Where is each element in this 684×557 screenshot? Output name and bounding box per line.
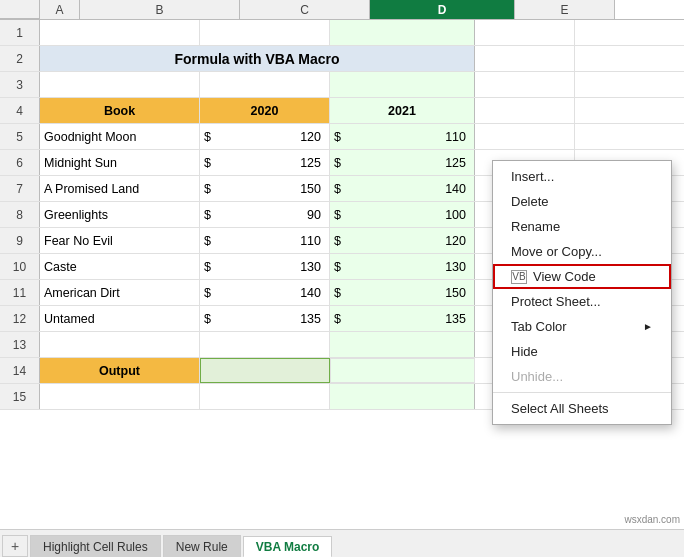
tab-vba-macro[interactable]: VBA Macro [243, 536, 333, 557]
row-num-5: 5 [0, 124, 40, 149]
cell-c6[interactable]: $125 [200, 150, 330, 175]
cell-d8[interactable]: $100 [330, 202, 475, 227]
cell-d5[interactable]: $110 [330, 124, 475, 149]
cell-e2[interactable] [475, 46, 575, 71]
cell-d12[interactable]: $135 [330, 306, 475, 331]
cell-b4-book-header[interactable]: Book [40, 98, 200, 123]
cell-b8[interactable]: Greenlights [40, 202, 200, 227]
output-label-cell[interactable]: Output [40, 358, 200, 383]
book-name-7: A Promised Land [44, 182, 139, 196]
cell-d4-year2021-header[interactable]: 2021 [330, 98, 475, 123]
ctx-unhide[interactable]: Unhide... [493, 364, 671, 389]
cell-c12[interactable]: $135 [200, 306, 330, 331]
vba-icon: VB [511, 270, 527, 284]
column-headers: A B C D E [0, 0, 684, 20]
cell-c11[interactable]: $140 [200, 280, 330, 305]
cell-c10[interactable]: $130 [200, 254, 330, 279]
table-row: 5 Goodnight Moon $120 $110 [0, 124, 684, 150]
row-num-9: 9 [0, 228, 40, 253]
val-c7: 150 [300, 182, 325, 196]
col-header-c[interactable]: C [240, 0, 370, 19]
cell-c13[interactable] [200, 332, 330, 357]
cell-c1[interactable] [200, 20, 330, 45]
cell-c5[interactable]: $120 [200, 124, 330, 149]
cell-b1[interactable] [40, 20, 200, 45]
col-header-b[interactable]: B [80, 0, 240, 19]
row-num-4: 4 [0, 98, 40, 123]
row-1: 1 [0, 20, 684, 46]
cell-e1[interactable] [475, 20, 575, 45]
col-header-e[interactable]: E [515, 0, 615, 19]
cell-e3[interactable] [475, 72, 575, 97]
cell-b10[interactable]: Caste [40, 254, 200, 279]
ctx-move-copy-label: Move or Copy... [511, 244, 602, 259]
ctx-separator [493, 392, 671, 393]
row-num-13: 13 [0, 332, 40, 357]
cell-b13[interactable] [40, 332, 200, 357]
cell-b9[interactable]: Fear No Evil [40, 228, 200, 253]
cell-b3[interactable] [40, 72, 200, 97]
output-label-text: Output [99, 364, 140, 378]
cell-c8[interactable]: $90 [200, 202, 330, 227]
tab-highlight-cell-rules[interactable]: Highlight Cell Rules [30, 535, 161, 557]
cell-b12[interactable]: Untamed [40, 306, 200, 331]
tab-bar: + Highlight Cell Rules New Rule VBA Macr… [0, 529, 684, 557]
ctx-hide[interactable]: Hide [493, 339, 671, 364]
ctx-hide-label: Hide [511, 344, 538, 359]
cell-d7[interactable]: $140 [330, 176, 475, 201]
cell-c15[interactable] [200, 384, 330, 409]
tab-new-rule[interactable]: New Rule [163, 535, 241, 557]
corner-cell[interactable] [0, 0, 40, 19]
cell-c3[interactable] [200, 72, 330, 97]
ctx-view-code-label: View Code [533, 269, 596, 284]
row-num-3: 3 [0, 72, 40, 97]
book-name-11: American Dirt [44, 286, 120, 300]
cell-b15[interactable] [40, 384, 200, 409]
cell-c9[interactable]: $110 [200, 228, 330, 253]
cell-e4[interactable] [475, 98, 575, 123]
ctx-unhide-label: Unhide... [511, 369, 563, 384]
cell-e5[interactable] [475, 124, 575, 149]
add-sheet-button[interactable]: + [2, 535, 28, 557]
val-c5: 120 [300, 130, 325, 144]
row-num-6: 6 [0, 150, 40, 175]
cell-d15[interactable] [330, 384, 475, 409]
cell-d10[interactable]: $130 [330, 254, 475, 279]
cell-c4-year2020-header[interactable]: 2020 [200, 98, 330, 123]
val-c8: 90 [307, 208, 325, 222]
val-c11: 140 [300, 286, 325, 300]
title-cell[interactable]: Formula with VBA Macro [40, 46, 475, 71]
cell-c7[interactable]: $150 [200, 176, 330, 201]
val-c10: 130 [300, 260, 325, 274]
cell-b7[interactable]: A Promised Land [40, 176, 200, 201]
cell-d11[interactable]: $150 [330, 280, 475, 305]
ctx-delete[interactable]: Delete [493, 189, 671, 214]
cell-d14[interactable] [330, 358, 475, 383]
cell-b5[interactable]: Goodnight Moon [40, 124, 200, 149]
cell-b6[interactable]: Midnight Sun [40, 150, 200, 175]
cell-d13[interactable] [330, 332, 475, 357]
row-num-11: 11 [0, 280, 40, 305]
row-4: 4 Book 2020 2021 [0, 98, 684, 124]
ctx-view-code[interactable]: VB View Code [493, 264, 671, 289]
output-value-cell[interactable] [200, 358, 330, 383]
ctx-tab-color[interactable]: Tab Color ► [493, 314, 671, 339]
row-num-15: 15 [0, 384, 40, 409]
val-d7: 140 [445, 182, 470, 196]
val-d11: 150 [445, 286, 470, 300]
col-header-d[interactable]: D [370, 0, 515, 19]
ctx-insert[interactable]: Insert... [493, 164, 671, 189]
ctx-move-copy[interactable]: Move or Copy... [493, 239, 671, 264]
row-3: 3 [0, 72, 684, 98]
ctx-protect-sheet[interactable]: Protect Sheet... [493, 289, 671, 314]
cell-d6[interactable]: $125 [330, 150, 475, 175]
cell-b11[interactable]: American Dirt [40, 280, 200, 305]
col-header-a[interactable]: A [40, 0, 80, 19]
ctx-tab-color-arrow: ► [643, 321, 653, 332]
ctx-rename[interactable]: Rename [493, 214, 671, 239]
cell-d1[interactable] [330, 20, 475, 45]
cell-d9[interactable]: $120 [330, 228, 475, 253]
book-name-9: Fear No Evil [44, 234, 113, 248]
cell-d3[interactable] [330, 72, 475, 97]
ctx-select-all-sheets[interactable]: Select All Sheets [493, 396, 671, 421]
